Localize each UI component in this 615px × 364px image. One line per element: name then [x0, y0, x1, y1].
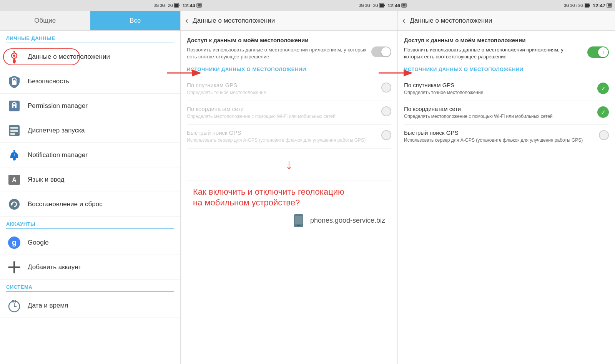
svg-text:i: i — [14, 152, 15, 157]
right-gps-check[interactable]: ✓ — [597, 83, 609, 94]
settings-item-notification[interactable]: i Notification manager — [0, 143, 180, 167]
big-text: Как включить и отключить геолокациюна мо… — [193, 187, 385, 208]
notification-icon: i — [7, 148, 21, 162]
mid-gps-desc: Определять точное местоположение — [187, 89, 377, 96]
settings-item-addaccount[interactable]: Добавить аккаунт — [0, 255, 180, 280]
battery-icon-1 — [174, 3, 180, 8]
mid-toggle-switch[interactable] — [371, 46, 391, 57]
right-source-agps-info: Быстрый поиск GPS Использовать сервер дл… — [404, 129, 594, 144]
settings-item-google[interactable]: g Google — [0, 230, 180, 255]
right-source-gps-info: По спутникам GPS Определять точное место… — [404, 82, 593, 96]
google-item-icon: g — [6, 235, 22, 251]
right-source-network-info: По координатам сети Определять местополо… — [404, 106, 593, 120]
right-source-gps: По спутникам GPS Определять точное место… — [404, 77, 609, 101]
datetime-item-label: Дата и время — [28, 302, 68, 309]
svg-rect-12 — [585, 4, 589, 7]
mid-source-network-info: По координатам сети Определять местополо… — [187, 106, 377, 120]
svg-rect-26 — [10, 127, 18, 129]
website-url: phones.good-service.biz — [310, 217, 385, 225]
section-accounts-header: АККАУНТЫ — [0, 217, 180, 228]
permission-item-icon — [6, 98, 22, 114]
mid-panel-header: ‹ Данные о местоположении — [181, 11, 397, 31]
svg-rect-11 — [589, 5, 590, 6]
right-toggle-row: Позволить использовать данные о местопол… — [404, 46, 609, 60]
right-agps-radio[interactable] — [599, 130, 609, 140]
right-toggle-switch[interactable] — [587, 46, 609, 58]
addaccount-item-icon — [6, 259, 22, 275]
tab-general[interactable]: Общие — [0, 11, 90, 30]
right-back-button[interactable]: ‹ — [402, 16, 405, 26]
task-item-icon — [6, 122, 22, 139]
mid-toggle-row: Позволить использовать данные о местопол… — [187, 46, 391, 60]
signal-text-1: 3G 3G↑ 2G — [154, 3, 173, 8]
settings-item-datetime[interactable]: Дата и время — [0, 293, 180, 318]
settings-item-location[interactable]: Данные о местоположении — [0, 45, 180, 69]
right-agps-name: Быстрый поиск GPS — [404, 129, 594, 136]
left-panel: Общие Все ЛИЧНЫЕ ДАННЫЕ Данные о местопо… — [0, 11, 181, 364]
tab-all[interactable]: Все — [90, 11, 181, 30]
settings-item-language[interactable]: A Язык и ввод — [0, 167, 180, 192]
mid-location-desc: Позволить использовать данные о местопол… — [187, 46, 367, 60]
svg-rect-7 — [380, 4, 384, 7]
right-location-access: Доступ к данным о моём местоположении По… — [404, 37, 609, 60]
svg-rect-20 — [13, 80, 15, 82]
time-1: 12:44 — [182, 3, 195, 8]
right-agps-desc: Использовать сервер для A-GPS (установит… — [404, 137, 594, 144]
right-location-title: Доступ к данным о моём местоположении — [404, 37, 609, 43]
signal-text-3: 3G 3G↑ 2G — [564, 3, 583, 8]
tab-bar: Общие Все — [0, 11, 180, 31]
right-gps-name: По спутникам GPS — [404, 82, 593, 88]
location-icon — [7, 50, 21, 64]
settings-item-reset[interactable]: Восстановление и сброс — [0, 192, 180, 217]
section-personal-divider — [6, 43, 174, 43]
settings-item-permission[interactable]: Permission manager — [0, 94, 180, 118]
mid-panel: ‹ Данные о местоположении Доступ к данны… — [181, 11, 398, 364]
permission-item-label: Permission manager — [28, 102, 88, 110]
svg-rect-27 — [10, 130, 18, 132]
mid-gps-radio[interactable] — [381, 83, 391, 93]
mid-network-radio[interactable] — [381, 106, 391, 116]
mid-location-access: Доступ к данным о моём местоположении По… — [187, 37, 391, 60]
time-3: 12:47 — [593, 3, 605, 8]
right-source-network: По координатам сети Определять местополо… — [404, 101, 609, 125]
section-accounts-divider — [6, 228, 174, 229]
signal-text-2: 3G 3G↑ 2G — [359, 3, 379, 8]
right-source-agps: Быстрый поиск GPS Использовать сервер дл… — [404, 125, 609, 148]
settings-list: ЛИЧНЫЕ ДАННЫЕ Данные о местоположении — [0, 31, 180, 364]
right-panel: ‹ Данные о местоположении Доступ к данны… — [398, 11, 615, 364]
svg-rect-4 — [198, 4, 201, 7]
language-item-label: Язык и ввод — [28, 176, 65, 184]
svg-rect-44 — [295, 216, 303, 224]
status-section-2: 3G 3G↑ 2G 12:46 — [205, 0, 411, 11]
mid-agps-name: Быстрый поиск GPS — [187, 129, 377, 136]
mid-back-button[interactable]: ‹ — [185, 16, 188, 26]
mid-source-agps: Быстрый поиск GPS Использовать сервер дл… — [187, 125, 391, 149]
svg-rect-45 — [297, 225, 300, 226]
phone-device-icon — [291, 213, 306, 228]
security-icon — [7, 74, 21, 88]
language-icon: A — [7, 173, 21, 187]
mid-gps-name: По спутникам GPS — [187, 82, 377, 88]
notification-item-icon: i — [6, 147, 22, 163]
svg-rect-2 — [175, 4, 178, 7]
right-network-check[interactable]: ✓ — [597, 106, 609, 118]
svg-rect-6 — [384, 5, 385, 6]
settings-item-taskmanager[interactable]: Диспетчер запуска — [0, 118, 180, 143]
svg-rect-30 — [13, 150, 15, 152]
security-item-label: Безопасность — [28, 78, 69, 85]
svg-text:A: A — [12, 177, 17, 183]
svg-rect-1 — [179, 5, 180, 6]
settings-item-security[interactable]: Безопасность — [0, 69, 180, 94]
mid-network-name: По координатам сети — [187, 106, 377, 112]
svg-point-34 — [9, 199, 20, 210]
time-2: 12:46 — [387, 3, 400, 8]
datetime-icon — [7, 299, 21, 313]
mid-source-network: По координатам сети Определять местополо… — [187, 101, 391, 125]
svg-rect-17 — [13, 51, 15, 53]
right-panel-content: Доступ к данным о моём местоположении По… — [398, 31, 615, 364]
mid-location-title: Доступ к данным о моём местоположении — [187, 37, 391, 43]
mid-agps-radio[interactable] — [381, 130, 391, 140]
right-panel-title: Данные о местоположении — [410, 17, 492, 25]
notification-item-label: Notification manager — [28, 151, 88, 159]
svg-point-16 — [13, 55, 15, 57]
